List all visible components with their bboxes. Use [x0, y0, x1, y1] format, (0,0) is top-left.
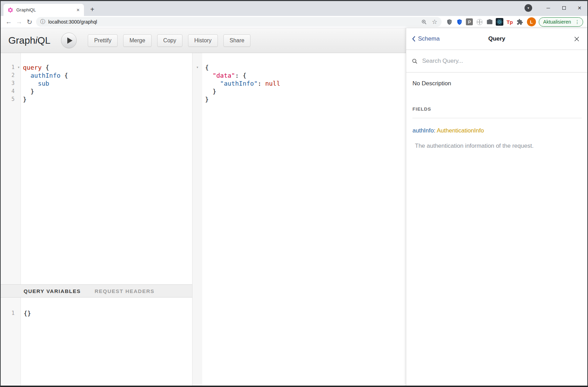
doc-body: No Description FIELDS authInfo: Authenti… — [406, 72, 587, 149]
code-line: "authInfo": null — [205, 79, 406, 87]
query-editor-wrap: 1▾2345 query { authInfo { sub }} QUERY V… — [1, 53, 193, 386]
profile-avatar[interactable]: L — [527, 17, 536, 26]
result-pane: ▾ { "data": { "authInfo": null }} — [193, 53, 406, 386]
maximize-icon — [562, 6, 566, 10]
type-description: No Description — [412, 80, 582, 87]
extension-camera-icon[interactable] — [485, 17, 495, 27]
search-icon — [412, 58, 418, 64]
line-number: 1▾ — [1, 63, 20, 71]
execute-query-button[interactable] — [61, 33, 77, 48]
chevron-left-icon — [412, 36, 416, 42]
variables-content[interactable]: {} — [24, 309, 192, 317]
variables-line-number: 1 — [1, 309, 20, 317]
graphiql-main-column: GraphiQL PrettifyMergeCopyHistoryShare 1… — [1, 28, 406, 386]
code-line: } — [205, 87, 406, 95]
line-number: 4 — [1, 87, 20, 95]
doc-explorer-panel: Query Schema No Description FIELDS authI… — [406, 28, 587, 386]
zoom-icon[interactable] — [421, 19, 427, 25]
line-number: 2 — [1, 71, 20, 79]
query-code-area[interactable]: query { authInfo { sub }} — [21, 53, 192, 284]
extensions-row: P Tp — [444, 17, 525, 27]
extensions-puzzle-icon[interactable] — [515, 17, 525, 27]
toolbar-buttons: PrettifyMergeCopyHistoryShare — [88, 34, 250, 47]
browser-tab-graphiql[interactable]: GraphiQL ✕ — [3, 4, 84, 16]
variables-tab-bar: QUERY VARIABLESREQUEST HEADERS — [1, 284, 192, 298]
window-maximize-button[interactable] — [556, 2, 572, 14]
url-text[interactable]: localhost:3000/graphql — [48, 19, 416, 25]
field-row-authinfo: authInfo: AuthenticationInfo — [412, 127, 582, 134]
merge-button[interactable]: Merge — [123, 34, 151, 47]
graphiql-logo: GraphiQL — [8, 35, 50, 46]
extension-shield-icon[interactable] — [444, 17, 454, 27]
query-editor[interactable]: 1▾2345 query { authInfo { sub }} — [1, 53, 192, 284]
update-label: Aktualisieren — [543, 19, 571, 25]
tab-strip: GraphiQL ✕ + ▼ ─ ✕ — [1, 1, 587, 16]
tab-search-button[interactable]: ▼ — [525, 4, 532, 12]
doc-search-input[interactable] — [421, 57, 582, 65]
extension-crosshair-icon[interactable] — [475, 17, 485, 27]
reload-button[interactable]: ↻ — [24, 17, 35, 27]
code-line: } — [23, 87, 192, 95]
line-number-gutter: 1▾2345 — [1, 53, 21, 284]
variables-editor[interactable]: 1 {} — [1, 298, 192, 386]
editor-area: 1▾2345 query { authInfo { sub }} QUERY V… — [1, 53, 406, 386]
variables-code-area[interactable]: {} — [21, 298, 192, 386]
window-close-button[interactable]: ✕ — [572, 2, 587, 14]
field-name-link[interactable]: authInfo — [412, 127, 434, 134]
back-button[interactable]: ← — [3, 17, 14, 27]
code-line: { — [205, 63, 406, 71]
code-line: "data": { — [205, 71, 406, 79]
doc-close-button[interactable] — [574, 36, 580, 42]
code-line: authInfo { — [23, 71, 192, 79]
extension-bitwarden-icon[interactable] — [454, 17, 465, 27]
extension-react-devtools-icon[interactable] — [495, 17, 505, 27]
fold-arrow-icon[interactable]: ▾ — [18, 63, 19, 71]
extension-tp-icon[interactable]: Tp — [505, 17, 515, 27]
code-line: sub — [23, 79, 192, 87]
copy-button[interactable]: Copy — [157, 34, 182, 47]
window-minimize-button[interactable]: ─ — [540, 2, 556, 14]
code-line: } — [23, 95, 192, 103]
fields-heading: FIELDS — [412, 106, 582, 118]
graphql-favicon-icon — [8, 7, 13, 13]
share-button[interactable]: Share — [223, 34, 251, 47]
field-type-link[interactable]: AuthenticationInfo — [437, 127, 484, 134]
tab-close-icon[interactable]: ✕ — [75, 7, 81, 13]
browser-toolbar: ← → ↻ ⓘ localhost:3000/graphql ☆ P — [1, 16, 587, 28]
code-line: } — [205, 95, 406, 103]
history-button[interactable]: History — [188, 34, 218, 47]
address-bar[interactable]: ⓘ localhost:3000/graphql ☆ — [36, 17, 442, 27]
doc-explorer-header: Query Schema — [406, 28, 587, 50]
browser-menu-icon[interactable]: ⋮ — [574, 19, 581, 25]
bookmark-star-icon[interactable]: ☆ — [432, 18, 437, 26]
result-code-area: { "data": { "authInfo": null }} — [202, 53, 406, 386]
site-info-icon[interactable]: ⓘ — [40, 19, 45, 25]
fold-arrow-icon[interactable]: ▾ — [193, 63, 202, 71]
window-controls: ▼ ─ ✕ — [525, 1, 587, 15]
close-icon — [574, 36, 580, 42]
code-line: query { — [23, 63, 192, 71]
doc-back-link[interactable]: Schema — [412, 35, 440, 42]
tab-query-variables[interactable]: QUERY VARIABLES — [24, 288, 81, 294]
forward-button[interactable]: → — [14, 17, 24, 27]
variables-gutter: 1 — [1, 298, 21, 386]
tab-request-headers[interactable]: REQUEST HEADERS — [95, 288, 155, 294]
doc-back-label: Schema — [418, 35, 440, 42]
new-tab-button[interactable]: + — [87, 5, 97, 14]
line-number: 3 — [1, 79, 20, 87]
graphiql-toolbar: GraphiQL PrettifyMergeCopyHistoryShare — [1, 28, 406, 53]
doc-search-row — [406, 50, 587, 72]
play-icon — [67, 37, 73, 44]
tab-title: GraphiQL — [16, 7, 75, 12]
field-description: The authentication information of the re… — [412, 143, 582, 149]
update-browser-button[interactable]: Aktualisieren ⋮ — [539, 17, 583, 27]
browser-window: GraphiQL ✕ + ▼ ─ ✕ ← → ↻ ⓘ localhost:300… — [0, 0, 588, 387]
result-fold-gutter: ▾ — [193, 53, 202, 386]
line-number: 5 — [1, 95, 20, 103]
extension-p-icon[interactable]: P — [465, 17, 475, 27]
field-separator: : — [434, 127, 437, 134]
prettify-button[interactable]: Prettify — [88, 34, 118, 47]
graphiql-app: GraphiQL PrettifyMergeCopyHistoryShare 1… — [1, 28, 587, 386]
